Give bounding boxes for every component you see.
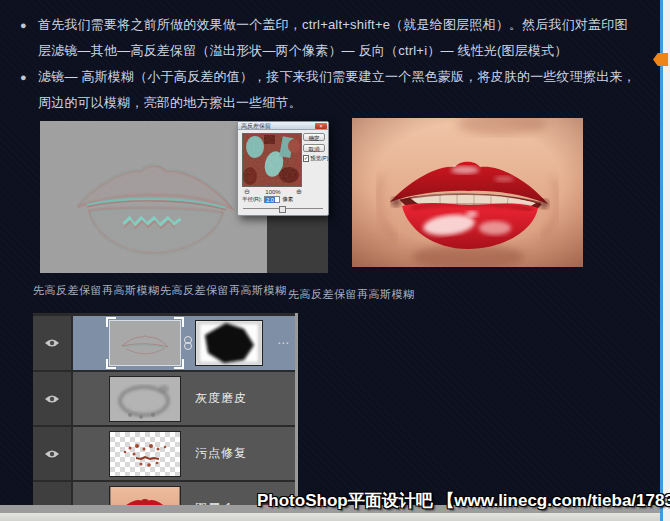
slider-thumb-icon: [279, 206, 286, 213]
zoom-level: 100%: [265, 189, 280, 195]
watermark-text: PhotoShop平面设计吧 【www.linecg.com/tieba/178…: [257, 489, 670, 512]
layer-thumbnail: [109, 486, 181, 506]
radius-value: 2.0: [265, 197, 275, 203]
instruction-text: 首先我们需要将之前所做的效果做一个盖印，ctrl+alt+shift+e（就是给…: [38, 12, 638, 64]
caption-middle: 先高反差保留再高斯模糊: [160, 283, 287, 298]
scroll-position-marker-icon[interactable]: [653, 53, 668, 66]
preview-noise: [243, 134, 301, 186]
layer-row-spot-healing: 污点修复: [33, 427, 295, 480]
selection-bracket-icon: [174, 359, 184, 369]
thumbnail-spot-dots: [110, 432, 180, 476]
highpass-lips-outline: [40, 121, 267, 273]
bullet-icon: ●: [20, 64, 38, 90]
eye-column: [33, 482, 73, 505]
radius-input: 2.0: [264, 196, 280, 203]
instruction-item: ● 滤镜— 高斯模糊（小于高反差的值），接下来我们需要建立一个黑色蒙版，将皮肤的…: [20, 64, 642, 116]
layer-thumbnail: [109, 376, 181, 422]
eye-icon: [44, 337, 60, 349]
layer-mask-thumbnail: [195, 320, 263, 366]
preview-checkbox-label: 预览(P): [310, 155, 328, 162]
close-icon: ×: [315, 123, 327, 129]
zoom-in-icon: ⊕: [296, 188, 302, 195]
eye-icon: [44, 393, 60, 405]
caption-right: 先高反差保留再高斯模糊: [288, 287, 415, 302]
checkbox-check-icon: ✓: [303, 155, 309, 162]
selection-bracket-icon: [174, 317, 184, 327]
selection-bracket-icon: [106, 317, 116, 327]
lips-illustration: [352, 118, 583, 267]
instruction-list: ● 首先我们需要将之前所做的效果做一个盖印，ctrl+alt+shift+e（就…: [20, 12, 642, 116]
eye-column: [33, 427, 73, 480]
tutorial-page: ● 首先我们需要将之前所做的效果做一个盖印，ctrl+alt+shift+e（就…: [0, 0, 670, 521]
layers-panel-image[interactable]: ⋯: [33, 313, 298, 505]
bottom-light-bar: [0, 513, 662, 521]
layer-name: 灰度磨皮: [195, 390, 247, 407]
caption-left: 先高反差保留再高斯模糊: [33, 283, 160, 298]
layer-row-highpass: ⋯: [33, 316, 295, 370]
thumbnail-gray-texture: [110, 377, 180, 421]
scrollbar-blue-line: [660, 0, 663, 521]
thumbnail-lips-faint: [110, 321, 180, 365]
layer-row-gray-smoothing: 灰度磨皮: [33, 372, 295, 425]
layer-thumbnail: [109, 320, 181, 366]
link-icon: [183, 335, 193, 351]
dialog-preview-image: [242, 133, 302, 187]
radius-slider: [243, 208, 323, 209]
more-icon: ⋯: [277, 336, 289, 350]
ok-button: 确定: [303, 133, 325, 141]
instruction-item: ● 首先我们需要将之前所做的效果做一个盖印，ctrl+alt+shift+e（就…: [20, 12, 642, 64]
eye-column: [33, 316, 73, 370]
highpass-dialog: 高反差保留 × 确定 取消: [237, 121, 329, 216]
mask-blob: [196, 321, 262, 365]
eye-icon: [44, 448, 60, 460]
zoom-out-icon: ⊖: [244, 188, 250, 195]
highpass-screenshot-image[interactable]: 高反差保留 × 确定 取消: [40, 121, 328, 273]
highpass-gray-canvas: [40, 121, 267, 273]
scrollbar-track[interactable]: [663, 0, 670, 521]
lips-photo-image[interactable]: [352, 118, 583, 267]
layer-row-layer1: 图层 1: [33, 482, 295, 505]
eye-column: [33, 372, 73, 425]
preview-checkbox: ✓ 预览(P): [303, 155, 325, 162]
selection-bracket-icon: [106, 359, 116, 369]
layer-thumbnail: [109, 431, 181, 477]
radius-label: 半径(R):: [242, 196, 262, 203]
cancel-button: 取消: [303, 144, 325, 152]
instruction-text: 滤镜— 高斯模糊（小于高反差的值），接下来我们需要建立一个黑色蒙版，将皮肤的一些…: [38, 64, 638, 116]
layer-name: 污点修复: [195, 445, 247, 462]
bullet-icon: ●: [20, 12, 38, 38]
thumbnail-lips-photo: [110, 487, 180, 506]
radius-unit: 像素: [282, 196, 293, 203]
